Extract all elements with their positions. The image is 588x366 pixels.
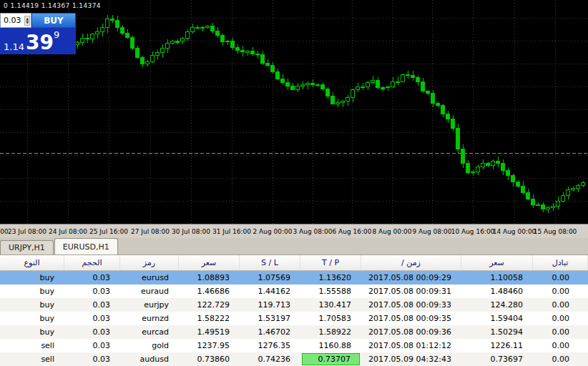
- spinner-down-icon[interactable]: ▼: [26, 21, 29, 24]
- candle-body: [466, 164, 470, 173]
- candle-body: [582, 183, 585, 185]
- candle-body: [86, 38, 89, 39]
- order-cell: sell: [0, 352, 64, 366]
- candle-body: [321, 84, 325, 89]
- chart-tab-urjpy-h1[interactable]: URJPY,H1: [0, 240, 54, 254]
- candle-body: [381, 88, 385, 89]
- candle-body: [491, 161, 495, 165]
- candle-body: [201, 27, 205, 29]
- candle-body: [406, 74, 410, 76]
- order-cell: 0.00: [533, 325, 588, 339]
- column-header[interactable]: زمن /: [361, 255, 461, 270]
- candle-body: [536, 204, 540, 206]
- candle-body: [371, 80, 375, 82]
- time-axis-label: 10 Aug 16:00: [451, 228, 495, 235]
- candle-body: [391, 82, 395, 87]
- chart-area[interactable]: 0 1.14419 1.14367 1.14374 0.03 ▲ ▼ BUY 1…: [0, 0, 588, 224]
- candle-body: [526, 192, 530, 199]
- candle-body: [456, 129, 460, 149]
- column-header[interactable]: سعر: [179, 255, 240, 270]
- candle-body: [346, 97, 350, 101]
- order-row-audusd[interactable]: sell0.03audusd0.738600.742360.737072017.…: [0, 352, 588, 366]
- order-cell: 0.73860: [179, 352, 240, 366]
- candle-body: [121, 28, 124, 34]
- order-cell: 2017.05.08 00:09:33: [361, 298, 461, 312]
- candle-body: [136, 48, 139, 57]
- candle-body: [226, 41, 230, 42]
- candlestick-chart[interactable]: [0, 0, 588, 224]
- column-header[interactable]: سعر: [461, 255, 533, 270]
- volume-input[interactable]: 0.03 ▲ ▼: [0, 13, 31, 28]
- candle-body: [411, 75, 415, 77]
- column-header[interactable]: الحجم: [64, 255, 120, 270]
- time-axis-label: 27 Jul 08:00: [131, 228, 170, 235]
- order-cell: 0.03: [64, 339, 120, 352]
- candle-body: [396, 81, 400, 83]
- order-cell: 1.48460: [461, 285, 533, 298]
- column-header[interactable]: T / P: [300, 255, 361, 270]
- candle-body: [191, 27, 195, 31]
- order-row-eurnzd[interactable]: buy0.03eurnzd1.582221.531971.705832017.0…: [0, 312, 588, 325]
- candle-body: [171, 41, 175, 44]
- order-cell: 0.00: [533, 285, 588, 298]
- candle-body: [146, 62, 150, 64]
- order-cell: 0.03: [64, 285, 120, 298]
- time-axis-label: 24 Jul 08:00: [49, 228, 87, 235]
- candle-body: [231, 41, 235, 47]
- order-cell: 1.10058: [461, 271, 533, 285]
- order-row-eurjpy[interactable]: buy0.03eurjpy122.729119.713130.4172017.0…: [0, 298, 588, 312]
- order-cell: 0.00: [533, 298, 588, 312]
- orders-table: النوعالحجمرمزسعرS / LT / Pزمن /سعرتبادل …: [0, 255, 588, 366]
- buy-price-point: 9: [54, 30, 59, 39]
- candle-body: [131, 38, 134, 48]
- time-axis-label: 15 Aug 08:00: [534, 228, 577, 235]
- candle-body: [316, 84, 320, 86]
- candle-body: [116, 20, 119, 27]
- candle-body: [552, 207, 555, 208]
- candle-body: [461, 149, 465, 163]
- candle-body: [577, 185, 580, 188]
- column-header[interactable]: S / L: [240, 255, 300, 270]
- order-row-eurcad[interactable]: buy0.03eurcad1.495191.467021.589222017.0…: [0, 325, 588, 339]
- candle-body: [361, 86, 365, 88]
- chart-tab-eurusd-h1[interactable]: EURUSD,H1: [54, 238, 118, 254]
- candle-body: [151, 56, 155, 62]
- candle-body: [521, 186, 525, 192]
- order-cell: 124.280: [461, 298, 533, 312]
- order-cell: 2017.05.08 00:09:29: [361, 271, 461, 285]
- buy-price-display[interactable]: 1.14 39 9: [0, 28, 76, 54]
- candle-body: [156, 52, 160, 56]
- candle-body: [211, 26, 215, 31]
- candle-body: [246, 51, 250, 53]
- candle-body: [471, 172, 475, 173]
- order-row-euraud[interactable]: buy0.03euraud1.466861.441621.555882017.0…: [0, 285, 588, 298]
- buy-button[interactable]: BUY: [31, 13, 76, 28]
- candle-body: [562, 196, 565, 201]
- candle-body: [331, 96, 335, 104]
- time-axis-label: 6 Aug 16:00: [333, 228, 372, 235]
- candle-body: [91, 34, 94, 39]
- time-axis-label: 30 Jul 08:00: [172, 228, 210, 235]
- order-cell: 1.13620: [300, 271, 361, 285]
- order-cell: 0.00: [533, 312, 588, 325]
- candle-body: [166, 44, 170, 49]
- candle-body: [126, 34, 129, 38]
- candle-body: [281, 79, 285, 83]
- candle-body: [481, 163, 485, 167]
- order-row-eurusd[interactable]: buy0.03eurusd1.088931.075691.136202017.0…: [0, 271, 588, 285]
- time-axis-label: 14 Aug 00:00: [493, 228, 536, 235]
- candle-body: [416, 77, 420, 81]
- order-cell: 0.74236: [240, 352, 300, 366]
- column-header[interactable]: رمز: [120, 255, 179, 270]
- column-header[interactable]: النوع: [0, 255, 64, 270]
- column-header[interactable]: تبادل: [533, 255, 588, 270]
- time-axis[interactable]: 0023 Jul 08:0024 Jul 08:0025 Jul 16:0027…: [0, 224, 588, 238]
- ohlc-quote-text: 0 1.14419 1.14367 1.14374: [4, 2, 101, 9]
- order-cell: buy: [0, 325, 64, 339]
- volume-spinner[interactable]: ▲ ▼: [24, 16, 30, 26]
- order-cell: audusd: [120, 352, 179, 366]
- time-axis-label: 25 Jul 16:00: [89, 228, 128, 235]
- candle-body: [421, 81, 425, 91]
- candle-body: [276, 72, 280, 79]
- order-row-gold[interactable]: sell0.03gold1237.951276.351160.882017.05…: [0, 339, 588, 352]
